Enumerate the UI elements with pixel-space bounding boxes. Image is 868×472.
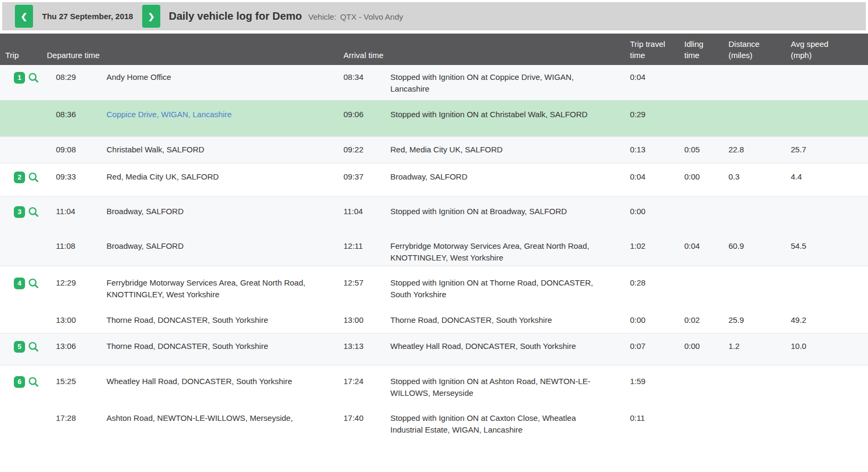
trip-travel-time: 0:04 xyxy=(618,171,673,183)
avg-speed-mph xyxy=(780,412,868,424)
trip-leg-row: 09:08 Christabel Walk, SALFORD 09:22 Red… xyxy=(0,136,868,163)
idling-time: 0:00 xyxy=(673,340,719,352)
departure-time: 09:33 xyxy=(47,171,107,183)
next-day-button[interactable]: ❯ xyxy=(142,5,160,28)
trip-travel-time: 0:07 xyxy=(618,340,673,352)
column-header-arrival-time: Arrival time xyxy=(333,50,618,61)
departure-location: Broadway, SALFORD xyxy=(107,240,333,252)
arrival-time: 17:40 xyxy=(333,412,390,424)
trip-leg-row: 11:08 Broadway, SALFORD 12:11 Ferrybridg… xyxy=(0,232,868,266)
arrival-time: 09:37 xyxy=(333,171,390,183)
departure-location: Andy Home Office xyxy=(107,71,333,83)
arrival-time: 09:22 xyxy=(333,144,390,156)
arrival-time: 11:04 xyxy=(333,206,390,217)
distance-miles xyxy=(719,71,780,83)
trip-detail-search-icon[interactable] xyxy=(28,341,39,353)
current-date-label: Thu 27 September, 2018 xyxy=(33,12,142,21)
trip-travel-time: 1:59 xyxy=(618,376,673,387)
departure-location: Broadway, SALFORD xyxy=(107,206,333,217)
column-header-avg-speed-mph: Avg speed (mph) xyxy=(780,38,841,61)
idling-time: 0:00 xyxy=(673,171,719,183)
trip-detail-search-icon[interactable] xyxy=(28,376,39,388)
avg-speed-mph xyxy=(780,71,868,83)
avg-speed-mph: 54.5 xyxy=(780,240,868,252)
column-header-idling-time: Idling time xyxy=(673,38,719,61)
departure-location: Ferrybridge Motorway Services Area, Grea… xyxy=(107,277,333,300)
departure-location-link[interactable]: Coppice Drive, WIGAN, Lancashire xyxy=(107,109,333,120)
departure-time: 13:00 xyxy=(47,314,107,326)
trip-leg-row: 13:00 Thorne Road, DONCASTER, South York… xyxy=(0,306,868,333)
arrival-time: 09:06 xyxy=(333,109,390,120)
departure-time: 15:25 xyxy=(47,376,107,387)
trip-leg-row: 2 09:33 Red, Media City UK, SALFORD 09:3… xyxy=(0,163,868,196)
trip-detail-search-icon[interactable] xyxy=(28,278,39,289)
trip-travel-time: 0:00 xyxy=(618,206,673,217)
arrival-location: Stopped with Ignition ON at Christabel W… xyxy=(390,109,618,120)
arrival-time: 12:11 xyxy=(333,240,390,252)
chevron-left-icon: ❮ xyxy=(21,12,28,21)
departure-location: Christabel Walk, SALFORD xyxy=(107,144,333,156)
vehicle-label: Vehicle: xyxy=(308,12,337,21)
trip-travel-time: 0:11 xyxy=(618,412,673,424)
arrival-location: Stopped with Ignition ON at Caxton Close… xyxy=(390,412,618,436)
departure-time: 08:29 xyxy=(47,71,107,83)
trip-leg-row: 17:28 Ashton Road, NEWTON-LE-WILLOWS, Me… xyxy=(0,402,868,469)
avg-speed-mph: 25.7 xyxy=(780,144,868,156)
avg-speed-mph xyxy=(780,277,868,289)
trip-cell: 3 xyxy=(0,206,47,218)
distance-miles xyxy=(719,109,780,120)
departure-location: Red, Media City UK, SALFORD xyxy=(107,171,333,183)
column-header-trip: Trip xyxy=(0,50,47,61)
trip-cell xyxy=(0,144,47,156)
trip-detail-search-icon[interactable] xyxy=(28,72,39,84)
column-header-trip-travel-time: Trip travel time xyxy=(618,38,673,61)
departure-time: 08:36 xyxy=(47,109,107,120)
trip-cell xyxy=(0,315,47,327)
daily-vehicle-log-app: ❮ Thu 27 September, 2018 ❯ Daily vehicle… xyxy=(0,0,868,472)
trip-leg-row: 5 13:06 Thorne Road, DONCASTER, South Yo… xyxy=(0,333,868,365)
idling-time xyxy=(673,71,719,83)
arrival-location: Thorne Road, DONCASTER, South Yorkshire xyxy=(390,314,618,326)
distance-miles xyxy=(719,277,780,289)
table-header-row: Trip Departure time Arrival time Trip tr… xyxy=(0,34,868,65)
chevron-right-icon: ❯ xyxy=(148,12,155,21)
page-title: Daily vehicle log for Demo xyxy=(169,10,302,22)
trip-cell xyxy=(0,109,47,121)
trip-leg-row: 3 11:04 Broadway, SALFORD 11:04 Stopped … xyxy=(0,196,868,232)
trip-number-badge: 6 xyxy=(14,376,25,388)
trip-table-body: 1 08:29 Andy Home Office 08:34 Stopped w… xyxy=(0,65,868,469)
trip-leg-row: 6 15:25 Wheatley Hall Road, DONCASTER, S… xyxy=(0,365,868,402)
trip-detail-search-icon[interactable] xyxy=(28,206,39,218)
avg-speed-mph xyxy=(780,206,868,217)
distance-miles: 60.9 xyxy=(719,240,780,252)
trip-cell xyxy=(0,241,47,253)
distance-miles: 22.8 xyxy=(719,144,780,156)
trip-cell xyxy=(0,413,47,425)
trip-travel-time: 0:04 xyxy=(618,71,673,83)
trip-leg-row: 08:36 Coppice Drive, WIGAN, Lancashire 0… xyxy=(0,100,868,136)
idling-time: 0:02 xyxy=(673,314,719,326)
distance-miles xyxy=(719,412,780,424)
distance-miles xyxy=(719,376,780,387)
avg-speed-mph xyxy=(780,376,868,387)
trip-detail-search-icon[interactable] xyxy=(28,172,39,183)
arrival-time: 17:24 xyxy=(333,376,390,387)
column-header-distance-miles: Distance (miles) xyxy=(719,38,780,61)
idling-time xyxy=(673,376,719,387)
arrival-location: Stopped with Ignition ON at Coppice Driv… xyxy=(390,71,618,95)
arrival-time: 12:57 xyxy=(333,277,390,289)
idling-time xyxy=(673,412,719,424)
trip-cell: 4 xyxy=(0,278,47,289)
trip-cell: 2 xyxy=(0,172,47,183)
trip-leg-row: 4 12:29 Ferrybridge Motorway Services Ar… xyxy=(0,266,868,306)
departure-time: 11:08 xyxy=(47,240,107,252)
idling-time xyxy=(673,206,719,217)
trip-leg-row: 1 08:29 Andy Home Office 08:34 Stopped w… xyxy=(0,65,868,100)
arrival-time: 08:34 xyxy=(333,71,390,83)
arrival-location: Wheatley Hall Road, DONCASTER, South Yor… xyxy=(390,340,618,352)
departure-time: 12:29 xyxy=(47,277,107,289)
arrival-location: Ferrybridge Motorway Services Area, Grea… xyxy=(390,240,618,264)
distance-miles: 0.3 xyxy=(719,171,780,183)
date-navigation-bar: ❮ Thu 27 September, 2018 ❯ Daily vehicle… xyxy=(2,2,866,30)
previous-day-button[interactable]: ❮ xyxy=(15,5,33,28)
